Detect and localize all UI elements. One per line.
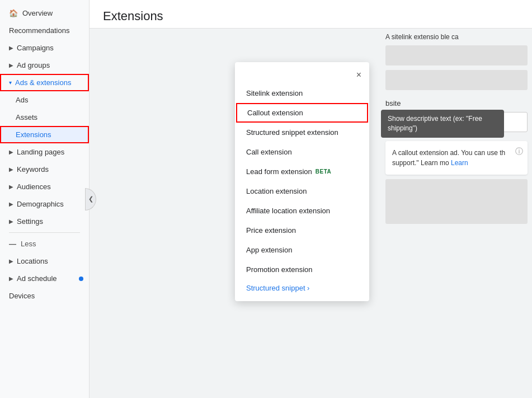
main-content: A sitelink extensio ble ca bsite ⓘ A cal… bbox=[90, 29, 532, 398]
info-icon: ⓘ bbox=[515, 146, 523, 157]
call-label: Call extension bbox=[246, 148, 292, 156]
dropdown-item-affiliate-location[interactable]: Affiliate location extension bbox=[235, 201, 369, 221]
dropdown-close-area: × bbox=[235, 67, 369, 83]
learn-link[interactable]: Learn bbox=[451, 159, 468, 167]
sidebar-item-recommendations[interactable]: Recommendations bbox=[0, 22, 89, 39]
sitelink-label: Sitelink extension bbox=[246, 89, 303, 97]
app-label: App extension bbox=[246, 246, 292, 254]
page-title: Extensions bbox=[103, 9, 519, 24]
arrow-icon-audiences: ▶ bbox=[9, 184, 13, 190]
dropdown-item-callout[interactable]: Callout extension bbox=[236, 103, 368, 123]
sidebar-item-overview[interactable]: 🏠 Overview bbox=[0, 4, 89, 22]
sidebar-label-ad-schedule: Ad schedule bbox=[17, 274, 57, 283]
arrow-icon-ad-schedule: ▶ bbox=[9, 275, 13, 282]
dropdown-item-structured-snippet[interactable]: Structured snippet extension bbox=[235, 123, 369, 142]
main-header: Extensions bbox=[90, 0, 532, 29]
sidebar-item-devices[interactable]: Devices bbox=[0, 287, 89, 305]
chevron-left-icon: ❮ bbox=[88, 195, 93, 203]
main-area: Extensions A sitelink extensio ble ca bs… bbox=[90, 0, 532, 398]
structured-snippet-bottom-link[interactable]: Structured snippet › bbox=[235, 279, 369, 297]
dropdown-item-location[interactable]: Location extension bbox=[235, 181, 369, 201]
extension-type-dropdown: × Sitelink extension Callout extension S… bbox=[235, 62, 369, 301]
beta-badge: BETA bbox=[316, 168, 331, 175]
sidebar-label-keywords: Keywords bbox=[17, 165, 49, 174]
sidebar-item-locations[interactable]: ▶ Locations bbox=[0, 252, 89, 270]
sidebar-less-label: Less bbox=[21, 240, 36, 248]
sidebar-label-campaigns: Campaigns bbox=[17, 44, 54, 52]
minus-icon: — bbox=[9, 240, 16, 248]
callout-tooltip: Show descriptive text (ex: "Free shippin… bbox=[381, 110, 504, 138]
sidebar-label-audiences: Audiences bbox=[17, 182, 51, 191]
callout-label: Callout extension bbox=[247, 109, 303, 117]
sidebar-item-ads-extensions[interactable]: ▾ Ads & extensions bbox=[0, 74, 89, 91]
tooltip-text: Show descriptive text (ex: "Free shippin… bbox=[388, 115, 482, 132]
sidebar-item-extensions[interactable]: Extensions bbox=[0, 126, 89, 143]
notification-dot bbox=[79, 277, 83, 281]
arrow-icon-locations: ▶ bbox=[9, 258, 13, 264]
sidebar-item-ads[interactable]: Ads bbox=[0, 91, 89, 109]
sidebar-divider bbox=[9, 232, 80, 233]
arrow-icon-campaigns: ▶ bbox=[9, 45, 13, 51]
right-panel: A sitelink extensio ble ca bsite ⓘ A cal… bbox=[381, 29, 532, 398]
sidebar-label-ads-extensions: Ads & extensions bbox=[15, 78, 71, 87]
sidebar: 🏠 Overview Recommendations ▶ Campaigns ▶… bbox=[0, 0, 90, 398]
sidebar-item-audiences[interactable]: ▶ Audiences bbox=[0, 178, 89, 195]
sidebar-item-keywords[interactable]: ▶ Keywords bbox=[0, 161, 89, 178]
promotion-label: Promotion extension bbox=[246, 265, 313, 274]
dropdown-item-sitelink[interactable]: Sitelink extension bbox=[235, 83, 369, 103]
sidebar-label-assets: Assets bbox=[16, 113, 37, 121]
callout-desc-text: A callout extension ad. You can use th s… bbox=[392, 149, 505, 167]
home-icon: 🏠 bbox=[9, 9, 18, 17]
structured-snippet-bottom-label: Structured snippet › bbox=[246, 284, 309, 292]
callout-description-card: ⓘ A callout extension ad. You can use th… bbox=[385, 141, 528, 175]
lead-form-label: Lead form extension bbox=[246, 167, 312, 176]
dropdown-item-promotion[interactable]: Promotion extension bbox=[235, 260, 369, 279]
dropdown-item-call[interactable]: Call extension bbox=[235, 142, 369, 162]
input-placeholder-3 bbox=[385, 179, 528, 224]
arrow-icon-landing-pages: ▶ bbox=[9, 149, 13, 155]
dropdown-close-button[interactable]: × bbox=[353, 69, 365, 81]
sidebar-label-recommendations: Recommendations bbox=[9, 26, 69, 35]
sidebar-item-ad-groups[interactable]: ▶ Ad groups bbox=[0, 57, 89, 74]
sidebar-item-demographics[interactable]: ▶ Demographics bbox=[0, 195, 89, 213]
website-label: bsite bbox=[385, 99, 528, 107]
arrow-icon-ads-extensions: ▾ bbox=[9, 79, 12, 86]
sidebar-item-ad-schedule[interactable]: ▶ Ad schedule bbox=[0, 270, 89, 287]
sidebar-label-overview: Overview bbox=[22, 9, 53, 17]
sidebar-less-toggle[interactable]: — Less bbox=[0, 235, 89, 252]
affiliate-location-label: Affiliate location extension bbox=[246, 207, 330, 215]
arrow-icon-demographics: ▶ bbox=[9, 201, 13, 207]
arrow-icon-ad-groups: ▶ bbox=[9, 62, 13, 68]
sidebar-label-devices: Devices bbox=[9, 292, 35, 300]
price-label: Price extension bbox=[246, 226, 296, 235]
dropdown-item-price[interactable]: Price extension bbox=[235, 221, 369, 240]
sidebar-label-settings: Settings bbox=[17, 217, 43, 226]
structured-snippet-label: Structured snippet extension bbox=[246, 128, 338, 137]
arrow-icon-keywords: ▶ bbox=[9, 166, 13, 172]
sidebar-label-extensions: Extensions bbox=[16, 130, 51, 139]
dropdown-item-lead-form[interactable]: Lead form extension BETA bbox=[235, 162, 369, 181]
arrow-icon-settings: ▶ bbox=[9, 218, 13, 224]
sidebar-label-landing-pages: Landing pages bbox=[17, 148, 64, 156]
sidebar-item-assets[interactable]: Assets bbox=[0, 109, 89, 126]
sidebar-label-demographics: Demographics bbox=[17, 200, 64, 208]
location-label: Location extension bbox=[246, 187, 307, 195]
sidebar-item-landing-pages[interactable]: ▶ Landing pages bbox=[0, 143, 89, 161]
sidebar-label-locations: Locations bbox=[17, 257, 48, 265]
sidebar-label-ads: Ads bbox=[16, 96, 28, 104]
sidebar-label-ad-groups: Ad groups bbox=[17, 61, 50, 69]
input-placeholder-1 bbox=[385, 45, 528, 65]
sidebar-item-settings[interactable]: ▶ Settings bbox=[0, 213, 89, 230]
dropdown-item-app[interactable]: App extension bbox=[235, 240, 369, 260]
input-placeholder-2 bbox=[385, 70, 528, 90]
sidebar-item-campaigns[interactable]: ▶ Campaigns bbox=[0, 39, 89, 57]
sitelink-clipped-text: A sitelink extensio ble ca bbox=[385, 33, 528, 41]
